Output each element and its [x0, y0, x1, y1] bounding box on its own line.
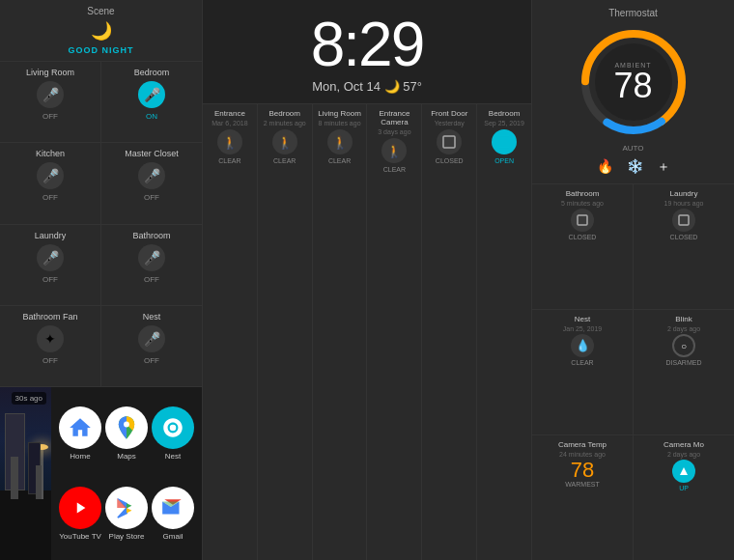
thermostat-section: Thermostat AMBIENT 78 AUTO	[532, 0, 734, 184]
clock-section: 8:29 Mon, Oct 14 🌙 57°	[203, 0, 531, 104]
app-play-store[interactable]: Play Store	[105, 487, 148, 541]
device-bedroom-motion[interactable]: Bedroom 2 minutes ago 🚶 CLEAR	[258, 104, 312, 560]
svg-rect-10	[679, 215, 689, 225]
good-night-label: GOOD NIGHT	[6, 45, 196, 55]
app-gmail[interactable]: Gmail	[152, 487, 194, 541]
bottom-section: 30s ago Home	[0, 386, 202, 560]
scene-section: Scene 🌙 GOOD NIGHT	[0, 0, 202, 62]
mic-button-kitchen[interactable]: 🎤	[37, 162, 64, 189]
moon-icon: 🌙	[6, 20, 196, 42]
mic-button-master-closet[interactable]: 🎤	[138, 162, 165, 189]
room-tile-bedroom[interactable]: Bedroom 🎤 ON	[101, 62, 202, 142]
clock-time: 8:29	[212, 14, 522, 75]
right-tile-camera-mo[interactable]: Camera Mo 2 days ago UP	[634, 435, 734, 560]
right-tile-bathroom[interactable]: Bathroom 5 minutes ago CLOSED	[532, 184, 633, 309]
camera-timestamp: 30s ago	[12, 392, 46, 405]
main-grid: Scene 🌙 GOOD NIGHT Living Room 🎤 OFF Bed…	[0, 0, 734, 560]
right-tile-camera-temp[interactable]: Camera Temp 24 minutes ago 78 WARMEST	[532, 435, 633, 560]
center-column: 8:29 Mon, Oct 14 🌙 57° Entrance Mar 6, 2…	[203, 0, 531, 560]
svg-rect-9	[578, 215, 587, 225]
thermostat-mode: AUTO	[540, 144, 726, 153]
device-entrance[interactable]: Entrance Mar 6, 2018 🚶 CLEAR	[203, 104, 257, 560]
svg-rect-4	[498, 136, 510, 148]
room-grid: Living Room 🎤 OFF Bedroom 🎤 ON Kitchen 🎤	[0, 62, 202, 386]
app-home[interactable]: Home	[59, 406, 101, 461]
thermostat-ring: AMBIENT 78	[576, 24, 692, 140]
thermostat-temp: 78	[613, 69, 652, 103]
right-tile-blink[interactable]: Blink 2 days ago ○ DISARMED	[634, 310, 734, 434]
device-bedroom-door[interactable]: Bedroom Sep 25, 2019 OPEN	[477, 104, 531, 560]
app-maps[interactable]: Maps	[105, 406, 148, 461]
room-tile-nest[interactable]: Nest 🎤 OFF	[101, 306, 202, 386]
plus-icon[interactable]: ＋	[657, 158, 670, 176]
mic-button-living-room[interactable]: 🎤	[37, 81, 64, 108]
app-youtube-tv[interactable]: YouTube TV	[59, 487, 101, 541]
clock-date: Mon, Oct 14 🌙 57°	[212, 79, 522, 94]
camera-thumbnail: 30s ago	[0, 387, 51, 560]
device-front-door[interactable]: Front Door Yesterday CLOSED	[422, 104, 476, 560]
room-tile-bathroom[interactable]: Bathroom 🎤 OFF	[101, 225, 202, 305]
apps-section: Home Maps	[51, 387, 202, 560]
right-tile-nest-leak[interactable]: Nest Jan 25, 2019 💧 CLEAR	[532, 310, 633, 434]
device-entrance-camera[interactable]: Entrance Camera 3 days ago 🚶 CLEAR	[367, 104, 421, 560]
mic-button-nest[interactable]: 🎤	[138, 325, 165, 352]
mic-button-laundry[interactable]: 🎤	[37, 244, 64, 271]
snowflake-icon[interactable]: ❄️	[627, 158, 643, 176]
right-tile-laundry[interactable]: Laundry 19 hours ago CLOSED	[634, 184, 734, 309]
scene-title: Scene	[6, 6, 196, 16]
left-column: Scene 🌙 GOOD NIGHT Living Room 🎤 OFF Bed…	[0, 0, 203, 560]
svg-marker-2	[77, 503, 86, 514]
device-grid: Entrance Mar 6, 2018 🚶 CLEAR Bedroom 2 m…	[203, 104, 531, 560]
room-tile-bathroom-fan[interactable]: Bathroom Fan ✦ OFF	[0, 306, 100, 386]
device-living-room-motion[interactable]: Living Room 8 minutes ago 🚶 CLEAR	[313, 104, 367, 560]
mic-button-bathroom-fan[interactable]: ✦	[37, 325, 64, 352]
flame-icon[interactable]: 🔥	[597, 158, 613, 176]
svg-point-0	[124, 421, 129, 427]
mic-button-bedroom[interactable]: 🎤	[138, 81, 165, 108]
room-tile-living-room[interactable]: Living Room 🎤 OFF	[0, 62, 100, 142]
right-column: Thermostat AMBIENT 78 AUTO	[531, 0, 734, 560]
mic-button-bathroom[interactable]: 🎤	[138, 244, 165, 271]
thermostat-title: Thermostat	[540, 8, 726, 18]
room-tile-master-closet[interactable]: Master Closet 🎤 OFF	[101, 143, 202, 223]
right-devices: Bathroom 5 minutes ago CLOSED Laundry 19…	[532, 184, 734, 560]
svg-rect-3	[443, 136, 455, 148]
room-tile-kitchen[interactable]: Kitchen 🎤 OFF	[0, 143, 100, 223]
app-nest[interactable]: Nest	[152, 406, 194, 461]
svg-point-1	[170, 425, 177, 432]
room-tile-laundry[interactable]: Laundry 🎤 OFF	[0, 225, 100, 305]
svg-marker-11	[680, 467, 688, 475]
